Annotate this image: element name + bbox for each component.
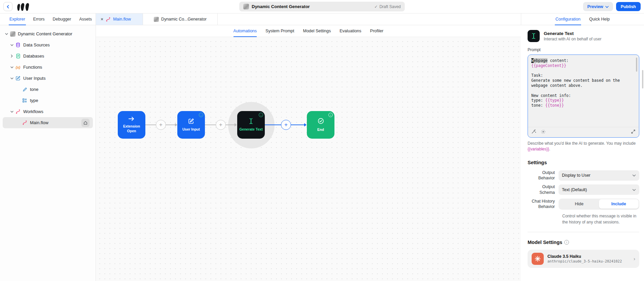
tree-item-functions[interactable]: (x) Functions: [0, 62, 96, 73]
tab-model-settings[interactable]: Model Settings: [303, 25, 331, 37]
settings-sun-icon[interactable]: [541, 129, 546, 136]
tab-system-prompt[interactable]: System Prompt: [265, 25, 294, 37]
model-id: anthropic/claude_3-5-haiku-20241022: [547, 259, 622, 263]
node-generate-text[interactable]: − Generate Text: [237, 111, 265, 139]
tab-automations[interactable]: Automations: [234, 25, 257, 37]
chat-history-toggle: Hide Include: [559, 199, 639, 210]
chevron-down-icon[interactable]: [9, 44, 14, 46]
project-title-pill[interactable]: Dynamic Content Generator ✓ Draft Saved: [239, 2, 405, 11]
text-cursor: W: [531, 58, 534, 63]
project-title: Dynamic Content Generator: [252, 4, 310, 9]
tab-explorer[interactable]: Explorer: [9, 13, 25, 25]
app-avatar-icon: [10, 31, 15, 37]
minus-badge-icon[interactable]: −: [328, 113, 333, 117]
chat-history-label: Chat History Behavior: [528, 199, 559, 210]
edge-2-arrow: [235, 123, 237, 127]
tree-item-databases[interactable]: Databases: [0, 50, 96, 62]
chevron-down-icon[interactable]: [9, 111, 14, 113]
file-tab-app[interactable]: Dynamic Co...Generator: [143, 13, 218, 25]
add-step-button-3[interactable]: +: [281, 120, 291, 130]
close-icon[interactable]: ×: [101, 17, 103, 22]
panel-node-title: Generate Text: [544, 31, 601, 36]
chevron-left-icon: [6, 5, 10, 9]
output-schema-select[interactable]: Text (Default): [559, 184, 639, 195]
canvas-tab-bar: Automations System Prompt Model Settings…: [96, 25, 521, 37]
check-circle-icon: [318, 118, 324, 125]
variable-token: {{tone}}: [545, 103, 564, 108]
publish-button[interactable]: Publish: [616, 2, 641, 11]
variable-token: {{pageContent}}: [531, 63, 566, 68]
pencil-icon: [22, 86, 28, 92]
app-logo-icon[interactable]: [16, 2, 31, 11]
chevron-right-icon[interactable]: [9, 55, 14, 58]
document-icon: [15, 53, 21, 59]
tree-item-root[interactable]: Dynamic Content Generator: [0, 28, 96, 39]
prompt-help-text: Describe what you'd like the AI to gener…: [528, 141, 639, 152]
tree-item-mainflow[interactable]: Main.flow: [3, 117, 93, 128]
chevron-down-icon: [605, 4, 609, 9]
canvas-grid[interactable]: [96, 37, 521, 281]
hide-option[interactable]: Hide: [560, 199, 599, 209]
section-divider: [528, 232, 639, 232]
file-tab-bar: × Main.flow Dynamic Co...Generator: [96, 13, 521, 25]
output-behavior-label: Output Behavior: [528, 170, 559, 181]
chevron-down-icon[interactable]: [9, 66, 14, 68]
add-step-button-1[interactable]: +: [156, 120, 166, 130]
tab-errors[interactable]: Errors: [33, 13, 45, 25]
node-extension-open[interactable]: Extension Open: [118, 111, 145, 139]
minus-badge-icon[interactable]: −: [199, 113, 203, 117]
text-cursor-icon: [249, 118, 253, 125]
function-icon: (x): [15, 64, 21, 70]
flow-icon: [106, 17, 111, 22]
file-tab-mainflow[interactable]: × Main.flow: [96, 13, 143, 25]
tree-item-user-inputs[interactable]: User Inputs: [0, 73, 96, 84]
panel-scrollbar[interactable]: [642, 70, 643, 89]
config-tab-bar: Configuration Quick Help: [521, 13, 644, 25]
tab-assets[interactable]: Assets: [79, 13, 92, 25]
arrow-right-icon: [129, 116, 135, 122]
tree-item-workflows[interactable]: Workflows: [0, 106, 96, 117]
panel-node-subtitle: Interact with AI on behalf of user: [544, 37, 601, 41]
tab-debugger[interactable]: Debugger: [53, 13, 71, 25]
flow-icon: [15, 109, 21, 114]
chevron-down-icon[interactable]: [4, 33, 9, 35]
tree-item-type[interactable]: type: [0, 95, 96, 106]
tab-quick-help[interactable]: Quick Help: [589, 13, 610, 25]
list-options-icon: [22, 98, 28, 103]
node-user-input[interactable]: − User Input: [177, 111, 205, 139]
model-card[interactable]: Claude 3.5 Haiku anthropic/claude_3-5-ha…: [528, 250, 639, 268]
explorer-sidebar: Dynamic Content Generator Data Sources: [0, 25, 96, 281]
edit-icon: [188, 118, 194, 125]
prompt-scrollbar[interactable]: [636, 58, 637, 72]
prompt-label: Prompt: [528, 47, 639, 52]
chevron-down-icon[interactable]: [9, 77, 14, 79]
info-icon[interactable]: i: [564, 240, 569, 245]
node-end[interactable]: − End: [307, 111, 334, 139]
edit-icon: [15, 75, 21, 81]
output-behavior-select[interactable]: Display to User: [559, 170, 639, 181]
home-icon: [81, 119, 90, 127]
tree-item-tone[interactable]: tone: [0, 84, 96, 95]
project-avatar: [243, 4, 249, 9]
flow-icon: [22, 120, 28, 126]
anthropic-starburst-icon: [532, 253, 544, 265]
edge-3-arrow: [304, 123, 307, 127]
preview-button[interactable]: Preview: [583, 2, 613, 11]
include-option[interactable]: Include: [599, 199, 639, 209]
tab-configuration[interactable]: Configuration: [556, 13, 580, 25]
flow-canvas[interactable]: Automations System Prompt Model Settings…: [96, 25, 521, 281]
tree-item-data-sources[interactable]: Data Sources: [0, 39, 96, 50]
add-step-button-2[interactable]: +: [216, 120, 226, 130]
draft-status: ✓ Draft Saved: [374, 4, 401, 9]
output-schema-label: Output Schema: [528, 184, 559, 195]
edge-1-arrow: [175, 123, 177, 127]
back-button[interactable]: [3, 2, 12, 11]
tab-profiler[interactable]: Profiler: [370, 25, 384, 37]
minus-badge-icon[interactable]: −: [259, 113, 263, 117]
magic-wand-icon[interactable]: [531, 129, 536, 135]
prompt-content[interactable]: Webpage content: {{pageContent}} Task: G…: [531, 58, 634, 124]
expand-icon[interactable]: [631, 129, 636, 135]
prompt-editor[interactable]: Webpage content: {{pageContent}} Task: G…: [528, 55, 639, 138]
model-settings-heading: Model Settings i: [528, 240, 639, 245]
tab-evaluations[interactable]: Evaluations: [339, 25, 361, 37]
